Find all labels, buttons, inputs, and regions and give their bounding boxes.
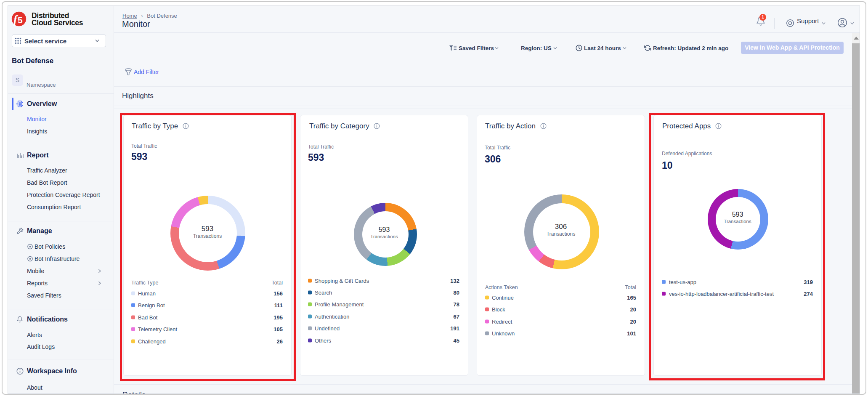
svg-text:5: 5 — [18, 15, 23, 25]
